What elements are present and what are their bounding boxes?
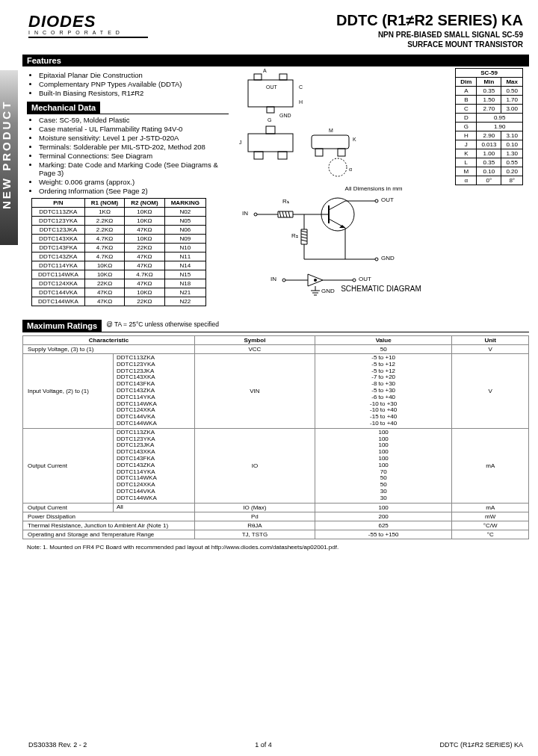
svg-text:OUT: OUT: [266, 84, 278, 90]
out-label2: OUT: [359, 276, 371, 282]
features-row: Epitaxial Planar Die Construction Comple…: [22, 66, 529, 312]
list-item: Marking: Date Code and Marking Code (See…: [39, 161, 229, 177]
diagram-column: SC-59 DimMinMax A0.350.50 B1.501.70 C2.7…: [233, 66, 529, 312]
logo-rule: [28, 37, 148, 38]
features-header: Features: [22, 55, 529, 66]
features-list: Epitaxial Planar Die Construction Comple…: [27, 71, 229, 97]
in-label2: IN: [270, 276, 276, 282]
svg-point-42: [314, 279, 317, 282]
svg-text:H: H: [299, 99, 303, 105]
footnote: Note: 1. Mounted on FR4 PC Board with re…: [22, 544, 529, 551]
svg-line-30: [329, 201, 345, 210]
gnd-label: GND: [381, 255, 395, 261]
logo-text: DIODES: [28, 12, 148, 31]
rule: [27, 114, 229, 114]
in-label: IN: [242, 210, 248, 217]
svg-rect-13: [266, 126, 275, 134]
svg-rect-17: [338, 149, 345, 156]
page: NEW PRODUCT DIODES INCORPORATED DDTC (R1…: [0, 0, 538, 756]
package-diagram: OUT C H A GND G J: [233, 66, 360, 179]
svg-text:C: C: [299, 84, 303, 90]
svg-point-37: [375, 258, 378, 261]
svg-point-34: [375, 199, 378, 202]
page-footer: DS30338 Rev. 2 - 2 1 of 4 DDTC (R1≠R2 SE…: [22, 738, 529, 752]
footer-left: DS30338 Rev. 2 - 2: [28, 741, 87, 749]
title-block: DDTC (R1≠R2 SERIES) KA NPN PRE-BIASED SM…: [336, 12, 523, 49]
svg-rect-1: [254, 74, 262, 80]
mechanical-header: Mechanical Data: [27, 102, 100, 114]
dimension-caption: All Dimensions in mm: [233, 185, 529, 192]
list-item: Complementary PNP Types Available (DDTA): [39, 80, 229, 88]
svg-point-47: [353, 279, 356, 282]
part-title: DDTC (R1≠R2 SERIES) KA: [336, 12, 523, 29]
svg-rect-3: [267, 107, 274, 113]
list-item: Case: SC-59, Molded Plastic: [39, 116, 229, 124]
svg-rect-10: [248, 134, 293, 152]
svg-point-22: [254, 213, 257, 216]
svg-rect-15: [312, 135, 349, 149]
list-item: Terminal Connections: See Diagram: [39, 152, 229, 160]
circuit-diagram: IN R₁ R₂ OUT GND IN OUT GND: [248, 192, 398, 282]
svg-text:J: J: [239, 140, 242, 145]
part-subtitle1: NPN PRE-BIASED SMALL SIGNAL SC-59: [336, 31, 523, 39]
logo-subtext: INCORPORATED: [28, 30, 148, 35]
new-product-sidebar: NEW PRODUCT: [0, 70, 18, 245]
max-ratings-condition: @ TA = 25°C unless otherwise specified: [106, 320, 219, 328]
content-area: DIODES INCORPORATED DDTC (R1≠R2 SERIES) …: [22, 0, 529, 756]
list-item: Moisture sensitivity: Level 1 per J-STD-…: [39, 134, 229, 142]
max-ratings-table: Characteristic Symbol Value Unit Supply …: [22, 335, 529, 539]
svg-text:α: α: [349, 167, 352, 172]
list-item: Built-In Biasing Resistors, R1≠R2: [39, 89, 229, 97]
list-item: Epitaxial Planar Die Construction: [39, 71, 229, 79]
svg-point-38: [282, 279, 285, 282]
svg-text:A: A: [263, 68, 267, 73]
dimension-table: SC-59 DimMinMax A0.350.50 B1.501.70 C2.7…: [455, 68, 523, 185]
svg-rect-11: [254, 152, 263, 159]
svg-rect-2: [279, 74, 287, 80]
list-item: Ordering Information (See Page 2): [39, 187, 229, 195]
rule: [22, 332, 529, 332]
svg-text:G: G: [268, 117, 271, 123]
header: DIODES INCORPORATED DDTC (R1≠R2 SERIES) …: [22, 0, 529, 52]
part-subtitle2: SURFACE MOUNT TRANSISTOR: [336, 40, 523, 49]
footnote-label: Note:: [27, 544, 41, 551]
max-ratings-header-row: Maximum Ratings @ TA = 25°C unless other…: [22, 317, 529, 332]
list-item: Weight: 0.006 grams (approx.): [39, 178, 229, 186]
mechanical-list: Case: SC-59, Molded Plastic Case materia…: [27, 116, 229, 195]
svg-text:M: M: [329, 128, 333, 133]
features-col: Epitaxial Planar Die Construction Comple…: [22, 66, 233, 312]
svg-point-19: [329, 158, 347, 176]
svg-text:K: K: [353, 137, 356, 142]
gnd-label2: GND: [321, 288, 335, 294]
pn-table: P/NR1 (NOM)R2 (NOM)MARKING DDTC113ZKA1KΩ…: [31, 198, 206, 306]
svg-rect-12: [278, 152, 287, 159]
svg-text:GND: GND: [279, 113, 291, 118]
footnote-text: 1. Mounted on FR4 PC Board with recommen…: [43, 544, 338, 551]
out-label: OUT: [381, 196, 394, 203]
list-item: Case material - UL Flammability Rating 9…: [39, 125, 229, 133]
max-ratings-header: Maximum Ratings: [22, 320, 102, 332]
list-item: Terminals: Solderable per MIL-STD-202, M…: [39, 143, 229, 151]
r1-label: R₁: [282, 198, 289, 205]
r2-label: R₂: [291, 232, 298, 239]
footer-mid: 1 of 4: [255, 741, 272, 749]
logo-block: DIODES INCORPORATED: [28, 12, 148, 38]
svg-rect-16: [315, 149, 323, 156]
footer-right: DDTC (R1≠R2 SERIES) KA: [440, 741, 523, 749]
